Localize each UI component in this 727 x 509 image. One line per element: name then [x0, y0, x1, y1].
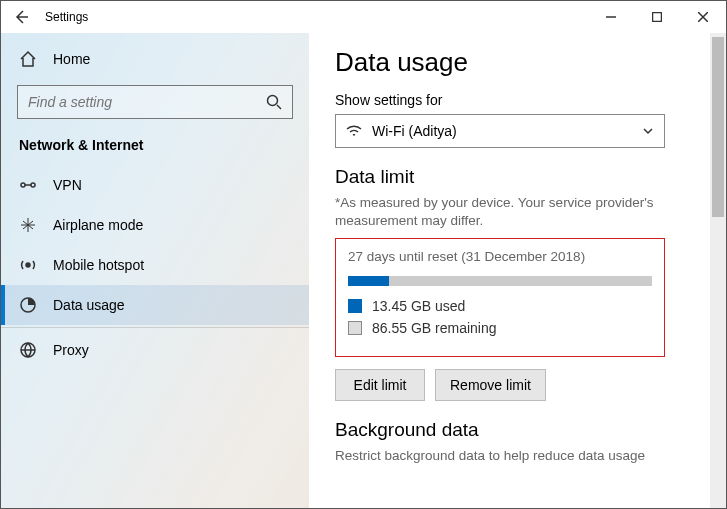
button-label: Remove limit	[450, 377, 531, 393]
window-title: Settings	[41, 10, 88, 24]
svg-point-2	[21, 183, 25, 187]
close-button[interactable]	[680, 1, 726, 33]
chevron-down-icon	[642, 125, 654, 137]
search-icon	[266, 94, 282, 110]
background-data-text: Restrict background data to help reduce …	[335, 447, 700, 465]
wifi-icon	[346, 123, 362, 139]
sidebar-item-label: Data usage	[53, 297, 125, 313]
sidebar-item-vpn[interactable]: VPN	[1, 165, 309, 205]
data-limit-panel: 27 days until reset (31 December 2018) 1…	[335, 238, 665, 357]
network-dropdown[interactable]: Wi-Fi (Aditya)	[335, 114, 665, 148]
page-title: Data usage	[335, 47, 700, 78]
arrow-left-icon	[13, 9, 29, 25]
titlebar: Settings	[1, 1, 726, 33]
sidebar-section-header: Network & Internet	[1, 131, 309, 165]
sidebar: Home Network & Internet VPN Airplane mod…	[1, 33, 309, 508]
remove-limit-button[interactable]: Remove limit	[435, 369, 546, 401]
minimize-button[interactable]	[588, 1, 634, 33]
dropdown-value: Wi-Fi (Aditya)	[372, 123, 632, 139]
close-icon	[698, 12, 708, 22]
back-button[interactable]	[1, 1, 41, 33]
sidebar-item-hotspot[interactable]: Mobile hotspot	[1, 245, 309, 285]
background-data-heading: Background data	[335, 419, 700, 441]
sidebar-item-data-usage[interactable]: Data usage	[1, 285, 309, 325]
data-limit-heading: Data limit	[335, 166, 700, 188]
legend-swatch-remaining	[348, 321, 362, 335]
data-usage-icon	[19, 296, 37, 314]
proxy-icon	[19, 341, 37, 359]
search-box[interactable]	[17, 85, 293, 119]
legend-used: 13.45 GB used	[348, 298, 652, 314]
edit-limit-button[interactable]: Edit limit	[335, 369, 425, 401]
usage-bar-fill	[348, 276, 389, 286]
sidebar-item-label: VPN	[53, 177, 82, 193]
svg-rect-0	[653, 13, 662, 22]
svg-point-1	[268, 96, 278, 106]
maximize-button[interactable]	[634, 1, 680, 33]
sidebar-item-label: Mobile hotspot	[53, 257, 144, 273]
sidebar-item-airplane[interactable]: Airplane mode	[1, 205, 309, 245]
search-input[interactable]	[28, 94, 266, 110]
data-limit-note: *As measured by your device. Your servic…	[335, 194, 700, 230]
maximize-icon	[652, 12, 662, 22]
airplane-icon	[19, 216, 37, 234]
reset-text: 27 days until reset (31 December 2018)	[348, 249, 652, 264]
divider	[1, 327, 309, 328]
usage-bar	[348, 276, 652, 286]
legend-remaining: 86.55 GB remaining	[348, 320, 652, 336]
sidebar-item-label: Home	[53, 51, 90, 67]
home-icon	[19, 50, 37, 68]
svg-point-3	[31, 183, 35, 187]
main-content: Data usage Show settings for Wi-Fi (Adit…	[309, 33, 726, 508]
show-settings-label: Show settings for	[335, 92, 700, 108]
hotspot-icon	[19, 256, 37, 274]
vpn-icon	[19, 176, 37, 194]
scrollbar[interactable]	[710, 33, 726, 508]
svg-point-4	[26, 263, 30, 267]
sidebar-item-home[interactable]: Home	[1, 39, 309, 79]
legend-swatch-used	[348, 299, 362, 313]
button-label: Edit limit	[354, 377, 407, 393]
sidebar-item-proxy[interactable]: Proxy	[1, 330, 309, 370]
legend-used-text: 13.45 GB used	[372, 298, 465, 314]
minimize-icon	[606, 12, 616, 22]
scrollbar-thumb[interactable]	[712, 37, 724, 217]
sidebar-item-label: Airplane mode	[53, 217, 143, 233]
sidebar-item-label: Proxy	[53, 342, 89, 358]
legend-remaining-text: 86.55 GB remaining	[372, 320, 497, 336]
